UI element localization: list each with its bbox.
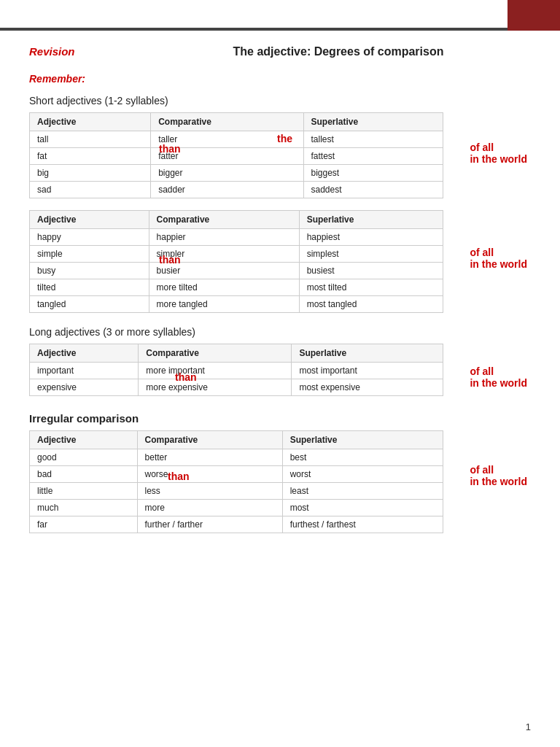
- table3-col-adjective: Adjective: [30, 344, 139, 363]
- table1-col-comparative: Comparative: [151, 113, 303, 131]
- table-row: far further / farther furthest / farthes…: [30, 516, 443, 533]
- float-ofall-1: of all in the world: [470, 142, 527, 165]
- float-than-3: than: [175, 371, 197, 383]
- table-row: tangled more tangled most tangled: [30, 296, 443, 313]
- float-the-1: the: [277, 133, 292, 144]
- table1-wrapper: Adjective Comparative Superlative tall t…: [29, 112, 443, 198]
- table1-col-superlative: Superlative: [303, 113, 443, 131]
- header-row: Revision The adjective: Degrees of compa…: [29, 45, 531, 58]
- float-than-2: than: [159, 254, 181, 266]
- page-number: 1: [526, 721, 531, 732]
- float-ofall-2: of all in the world: [470, 247, 527, 270]
- table2: Adjective Comparative Superlative happy …: [29, 210, 443, 313]
- irregular-title: Irregular comparison: [29, 412, 531, 425]
- table-row: tall taller tallest: [30, 131, 443, 148]
- table-row: tilted more tilted most tilted: [30, 279, 443, 296]
- table-row: much more most: [30, 500, 443, 516]
- table4-col-comparative: Comparative: [137, 431, 282, 449]
- table2-col-adjective: Adjective: [30, 211, 149, 229]
- table-row: sad sadder saddest: [30, 182, 443, 198]
- table3-col-superlative: Superlative: [292, 344, 443, 363]
- float-than-4: than: [168, 471, 190, 482]
- table-row: big bigger biggest: [30, 165, 443, 182]
- long-adj-title: Long adjectives (3 or more syllables): [29, 326, 531, 338]
- top-bar: [0, 0, 560, 31]
- table4-col-adjective: Adjective: [30, 431, 138, 449]
- table-row: bad worse worst: [30, 466, 443, 483]
- table3-wrapper: Adjective Comparative Superlative import…: [29, 344, 443, 396]
- red-block: [508, 0, 560, 31]
- remember-label: Remember:: [29, 73, 531, 85]
- revision-label: Revision: [29, 45, 146, 58]
- table2-col-comparative: Comparative: [149, 211, 299, 229]
- table4-wrapper: Adjective Comparative Superlative good b…: [29, 430, 443, 533]
- table-row: little less least: [30, 483, 443, 500]
- table2-col-superlative: Superlative: [299, 211, 443, 229]
- table-row: good better best: [30, 449, 443, 466]
- table-row: simple simpler simplest: [30, 246, 443, 263]
- table4: Adjective Comparative Superlative good b…: [29, 430, 443, 533]
- short-adj-title: Short adjectives (1-2 syllables): [29, 95, 531, 107]
- table1: Adjective Comparative Superlative tall t…: [29, 112, 443, 198]
- table2-wrapper: Adjective Comparative Superlative happy …: [29, 210, 443, 313]
- table-row: important more important most important: [30, 363, 443, 379]
- table4-col-superlative: Superlative: [282, 431, 443, 449]
- float-than-1: than: [159, 143, 181, 155]
- table-row: happy happier happiest: [30, 229, 443, 246]
- table-row: expensive more expensive most expensive: [30, 379, 443, 396]
- table3-col-comparative: Comparative: [139, 344, 292, 363]
- float-ofall-3: of all in the world: [470, 365, 527, 389]
- table3: Adjective Comparative Superlative import…: [29, 344, 443, 396]
- table-row: busy busier busiest: [30, 263, 443, 279]
- float-ofall-4: of all in the world: [470, 464, 527, 487]
- main-title: The adjective: Degrees of comparison: [146, 45, 531, 58]
- table-row: fat fatter fattest: [30, 148, 443, 165]
- table1-col-adjective: Adjective: [30, 113, 151, 131]
